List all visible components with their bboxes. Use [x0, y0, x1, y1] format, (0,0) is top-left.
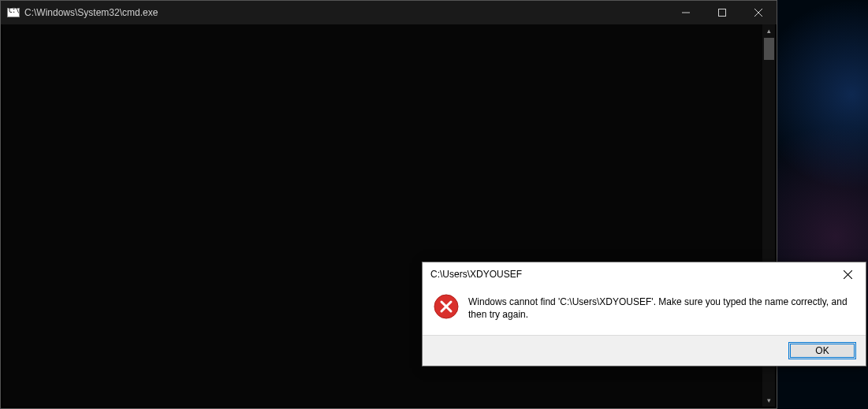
dialog-button-bar: OK — [423, 335, 866, 366]
close-button[interactable] — [740, 1, 777, 24]
error-dialog: C:\Users\XDYOUSEF Windows cannot find 'C… — [422, 262, 866, 366]
minimize-button[interactable] — [668, 1, 704, 24]
error-icon — [434, 294, 459, 319]
dialog-message: Windows cannot find 'C:\Users\XDYOUSEF'.… — [468, 294, 855, 321]
scroll-up-arrow-icon[interactable]: ▴ — [762, 24, 775, 37]
cmd-titlebar[interactable]: C:\Windows\System32\cmd.exe — [1, 1, 777, 24]
dialog-titlebar[interactable]: C:\Users\XDYOUSEF — [423, 262, 866, 286]
maximize-button[interactable] — [704, 1, 740, 24]
dialog-close-button[interactable] — [830, 262, 866, 286]
dialog-body: Windows cannot find 'C:\Users\XDYOUSEF'.… — [423, 286, 866, 335]
dialog-title: C:\Users\XDYOUSEF — [430, 269, 830, 280]
scroll-thumb[interactable] — [764, 38, 774, 60]
scroll-down-arrow-icon[interactable]: ▾ — [762, 394, 775, 407]
cmd-icon — [7, 8, 20, 17]
svg-rect-1 — [719, 9, 726, 17]
cmd-title: C:\Windows\System32\cmd.exe — [24, 7, 158, 18]
ok-button[interactable]: OK — [788, 342, 856, 359]
